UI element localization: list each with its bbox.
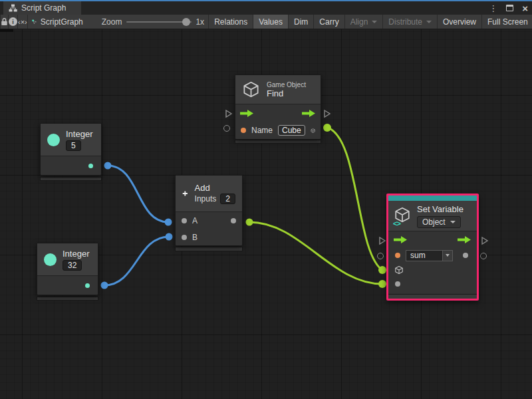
kebab-menu-icon[interactable] (489, 4, 497, 13)
cube-icon (242, 80, 260, 99)
gameobject-input-icon[interactable] (394, 265, 404, 275)
find-name-input-marker[interactable] (223, 125, 230, 132)
node-integer-32[interactable]: Integer 32 (37, 243, 98, 295)
integer-output-port[interactable] (85, 283, 90, 288)
port-label: B (192, 233, 198, 242)
node-add[interactable]: Add Inputs 2 A B (175, 175, 243, 246)
flow-out-arrow-icon[interactable] (302, 109, 316, 118)
variable-accent-bar (388, 196, 477, 201)
sum-output-port[interactable] (231, 218, 236, 223)
node-header[interactable]: Add Inputs 2 (176, 176, 242, 212)
graph-breadcrumb[interactable]: ScriptGraph (27, 15, 87, 29)
inspect-code-button[interactable] (17, 15, 27, 29)
button-label: Align (350, 17, 368, 27)
flow-out-arrow-icon[interactable] (458, 235, 471, 244)
node-footer-bar (175, 247, 243, 251)
value-input-port[interactable] (395, 281, 400, 287)
toolbar-button-fullscreen[interactable]: Full Screen (481, 15, 532, 29)
flow-in-arrow-icon[interactable] (240, 109, 254, 118)
button-label: Overview (443, 17, 476, 27)
name-value-field[interactable]: Cube (278, 125, 305, 136)
node-footer-bar (40, 177, 102, 181)
toolbar-button-align[interactable]: Align (344, 15, 383, 29)
node-footer-bar (37, 297, 98, 301)
gameobject-output-icon[interactable] (311, 126, 315, 136)
close-icon[interactable] (522, 3, 528, 13)
node-footer-bar (388, 294, 477, 299)
zoom-slider[interactable] (126, 15, 192, 29)
wire-end-dot[interactable] (378, 266, 386, 274)
integer-value-field[interactable]: 5 (66, 140, 81, 151)
wire-end-dot[interactable] (104, 162, 112, 170)
triangle-port-icon (225, 109, 233, 118)
node-header[interactable]: Integer 5 (41, 124, 101, 156)
integer-value-field[interactable]: 32 (63, 260, 82, 271)
wire-end-dot[interactable] (166, 233, 173, 241)
node-port-row (37, 276, 98, 295)
node-integer-5[interactable]: Integer 5 (40, 123, 102, 176)
toolbar-button-overview[interactable]: Overview (437, 15, 481, 29)
wire-integer5-to-add-a[interactable] (108, 166, 168, 222)
tab-script-graph[interactable]: Script Graph (3, 1, 81, 15)
setvar-value-out-marker[interactable] (480, 253, 487, 259)
string-input-port[interactable] (241, 128, 246, 133)
node-gameobject-find[interactable]: Game Object Find Name Cube (235, 74, 321, 140)
toolbar-button-distribute[interactable]: Distribute (382, 15, 437, 29)
variable-name-field[interactable]: sum (406, 250, 443, 261)
variable-scope-dropdown[interactable]: Object (417, 216, 461, 228)
button-label: Values (259, 17, 283, 27)
flow-port-row (388, 231, 477, 247)
wire-end-dot[interactable] (101, 282, 108, 289)
name-param-row: Name Cube (235, 122, 321, 139)
wire-end-dot[interactable] (323, 124, 331, 132)
wire-find-to-setvariable[interactable] (327, 128, 382, 270)
integer-output-port[interactable] (88, 164, 93, 168)
wire-end-dot[interactable] (165, 219, 172, 226)
input-port-b[interactable] (182, 235, 187, 240)
info-button[interactable] (8, 15, 17, 29)
canvas-left-stub (0, 29, 13, 32)
setvar-flow-out-marker[interactable] (481, 236, 489, 248)
toolbar-button-dim[interactable]: Dim (288, 15, 313, 29)
variable-brackets-icon: <> (393, 219, 400, 227)
node-set-variable[interactable]: <> Set Variable Object sum (386, 194, 479, 301)
toolbar-button-relations[interactable]: Relations (208, 15, 253, 29)
wire-add-to-setvariable[interactable] (249, 222, 382, 284)
variable-name-dropdown-button[interactable] (443, 250, 453, 261)
port-row-b: B (176, 229, 242, 245)
node-title: Set Variable (417, 204, 464, 214)
port-row-a: A (176, 212, 242, 229)
toolbar-button-values[interactable]: Values (253, 15, 288, 29)
maximize-icon[interactable] (506, 5, 513, 11)
lock-button[interactable] (0, 15, 8, 29)
node-header[interactable]: <> Set Variable Object (388, 201, 477, 231)
input-port-a[interactable] (182, 218, 187, 223)
unity-script-graph-window: Script Graph (0, 0, 532, 399)
scope-value: Object (422, 217, 446, 227)
node-port-row (41, 156, 101, 175)
inputs-count-field[interactable]: 2 (220, 194, 235, 204)
zoom-slider-handle[interactable] (182, 18, 190, 26)
find-flow-out-marker[interactable] (323, 109, 331, 121)
param-label: Name (251, 126, 273, 135)
wire-end-dot[interactable] (246, 219, 253, 226)
object-input-row (388, 263, 477, 277)
setvar-flow-in-marker[interactable] (378, 236, 386, 248)
node-title: Integer (66, 129, 92, 139)
node-header[interactable]: Game Object Find (235, 75, 321, 104)
variable-name-combo[interactable]: sum (406, 250, 453, 261)
setvar-name-input-marker[interactable] (377, 253, 384, 259)
wire-integer32-to-add-b[interactable] (104, 237, 169, 285)
find-flow-in-marker[interactable] (225, 109, 233, 121)
string-input-port[interactable] (395, 253, 400, 258)
value-input-row (388, 277, 477, 291)
integer-type-icon (47, 134, 60, 146)
chevron-down-icon (426, 21, 432, 23)
code-preview-icon (18, 18, 27, 26)
flow-in-arrow-icon[interactable] (394, 235, 408, 244)
node-header[interactable]: Integer 32 (37, 243, 98, 276)
toolbar-button-carry[interactable]: Carry (313, 15, 344, 29)
node-category: Game Object (267, 81, 306, 88)
wire-end-dot[interactable] (378, 280, 386, 288)
value-output-port[interactable] (463, 253, 468, 258)
